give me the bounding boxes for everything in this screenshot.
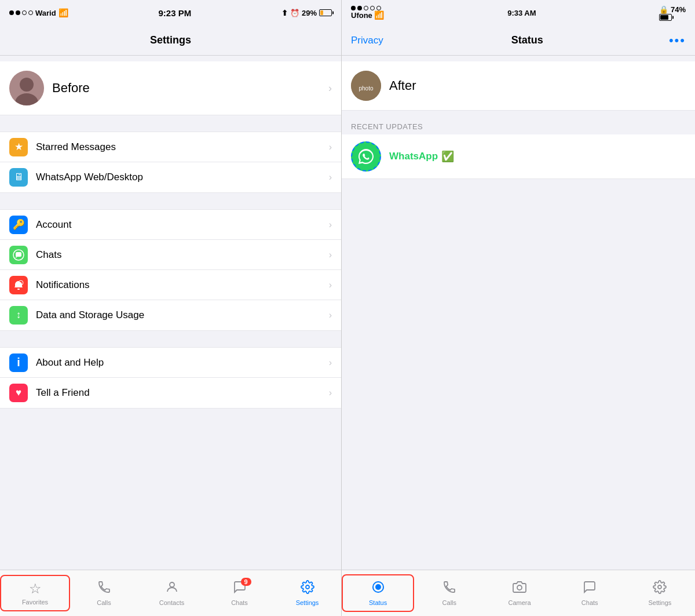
account-chevron: › [329,220,332,230]
right-tab-bar: Status Calls Camera [342,570,695,616]
recent-updates-header: RECENT UPDATES [342,116,695,134]
tell-friend-item[interactable]: ♥ Tell a Friend › [0,378,341,408]
calls-right-label: Calls [442,599,456,606]
data-storage-item[interactable]: ↕ Data and Storage Usage › [0,300,341,330]
right-lock-icon: 🔒 [659,5,668,14]
tab-contacts[interactable]: Contacts [138,575,206,611]
left-profile-name: Before [52,81,320,96]
wifi-icon: 📶 [58,8,68,17]
right-battery-fill [660,15,668,20]
contacts-icon [165,580,179,597]
right-carrier: Ufone 📶 [351,6,384,20]
starred-label: Starred Messages [36,141,329,153]
about-chevron: › [329,358,332,368]
battery-icon [319,9,332,16]
tab-camera[interactable]: Camera [484,575,554,611]
chats-settings-icon [9,246,28,264]
favorites-icon: ☆ [29,581,42,597]
chats-right-icon [583,580,597,597]
left-page-title: Settings [150,34,191,46]
battery-fill [320,10,323,15]
settings-group-1: ★ Starred Messages › 🖥 WhatsApp Web/Desk… [0,132,341,193]
whatsapp-icon [353,144,379,169]
left-spacer-3 [0,331,341,337]
account-label: Account [36,219,329,231]
left-battery-area: ⬆ ⏰ 29% [281,9,332,17]
status-tab-icon [371,580,385,597]
notifications-label: Notifications [36,279,329,291]
web-label: WhatsApp Web/Desktop [36,172,329,183]
notifications-icon [9,276,28,294]
chats-settings-chevron: › [329,250,332,260]
settings-right-label: Settings [649,599,672,606]
whatsapp-web-item[interactable]: 🖥 WhatsApp Web/Desktop › [0,162,341,192]
settings-group-2: 🔑 Account › Chats › Notificati [0,209,341,331]
tab-status[interactable]: Status [342,574,414,612]
chats-settings-label: Chats [36,249,329,261]
svg-point-13 [517,585,522,590]
about-icon: i [9,353,28,372]
right-battery-icon [659,14,672,21]
left-carrier: Warid 📶 [9,8,68,17]
chats-badge: 9 [241,578,251,586]
chats-tab-label: Chats [231,599,248,606]
whatsapp-update-item[interactable]: WhatsApp ✅ [342,134,695,179]
starred-icon: ★ [9,138,28,156]
camera-icon [513,580,526,597]
account-icon: 🔑 [9,216,28,234]
svg-point-8 [306,585,309,589]
web-chevron: › [329,172,332,183]
tab-calls[interactable]: Calls [70,575,138,611]
left-avatar [9,71,44,105]
tab-chats-left[interactable]: 9 Chats [206,575,273,611]
svg-point-12 [376,585,381,589]
contacts-label: Contacts [159,599,184,606]
tab-settings-right[interactable]: Settings [625,575,695,611]
settings-tab-icon [301,580,314,597]
svg-point-14 [658,585,661,589]
about-help-item[interactable]: i About and Help › [0,348,341,378]
right-back-button[interactable]: Privacy [351,35,383,46]
tab-settings[interactable]: Settings [273,575,341,611]
calls-label: Calls [97,599,111,606]
settings-right-icon [653,580,667,597]
calls-right-icon [442,580,456,597]
chats-item[interactable]: Chats › [0,240,341,270]
svg-text:photo: photo [359,85,373,92]
battery-percent: 29% [302,9,317,17]
left-profile-section[interactable]: Before › [0,61,341,115]
about-label: About and Help [36,357,329,369]
notifications-chevron: › [329,280,332,290]
tab-favorites[interactable]: ☆ Favorites [0,575,70,611]
chats-tab-icon: 9 [233,580,247,597]
data-chevron: › [329,310,332,320]
verified-icon: ✅ [441,150,454,163]
signal-dots [9,10,33,15]
right-avatar: photo [351,71,381,101]
right-battery-area: 🔒 74% [659,5,686,21]
settings-tab-label: Settings [296,599,319,606]
right-content-area [342,179,695,570]
tab-calls-right[interactable]: Calls [414,575,484,611]
starred-messages-item[interactable]: ★ Starred Messages › [0,132,341,162]
left-spacer-top [0,56,341,61]
right-profile-section[interactable]: photo After [342,61,695,111]
right-panel: Ufone 📶 9:33 AM 🔒 74% Privacy Status •••… [342,0,695,616]
notifications-item[interactable]: Notifications › [0,270,341,300]
right-more-button[interactable]: ••• [669,33,686,48]
tell-icon: ♥ [9,384,28,402]
account-item[interactable]: 🔑 Account › [0,210,341,240]
chats-right-label: Chats [581,599,598,606]
status-tab-label: Status [369,599,387,606]
left-nav-bar: Settings [0,25,341,56]
data-icon: ↕ [9,306,28,325]
left-spacer-2 [0,193,341,199]
right-profile-name: After [389,78,686,93]
tab-chats-right[interactable]: Chats [555,575,625,611]
right-spacer-1 [342,111,695,116]
starred-chevron: › [329,142,332,152]
right-battery-percent: 74% [671,5,686,14]
calls-icon [97,580,111,597]
left-status-bar: Warid 📶 9:23 PM ⬆ ⏰ 29% [0,0,341,25]
right-wifi-icon: 📶 [374,10,384,20]
